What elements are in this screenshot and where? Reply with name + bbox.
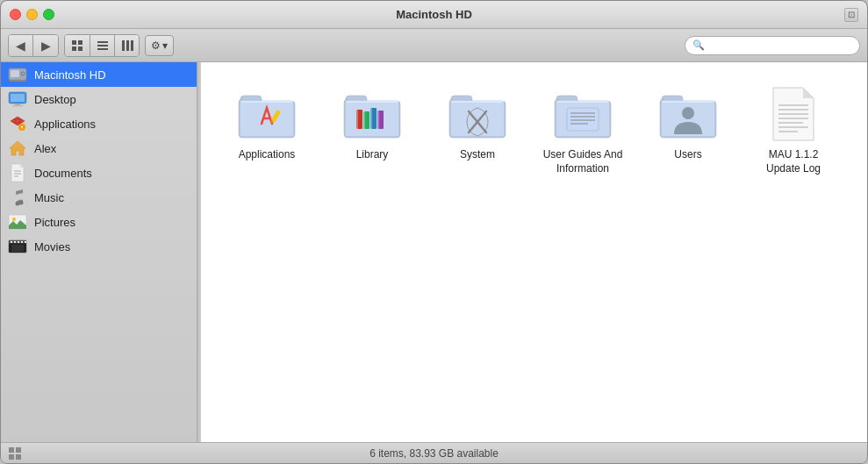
svg-rect-34	[21, 241, 23, 243]
maximize-button[interactable]	[43, 9, 54, 20]
music-icon	[8, 188, 27, 207]
title-bar: Macintosh HD ⊡	[1, 1, 867, 29]
applications-icon	[8, 114, 27, 133]
users-label: Users	[674, 148, 701, 162]
file-item-mau-log[interactable]: MAU 1.1.2 Update Log	[745, 80, 842, 181]
system-folder-icon	[448, 85, 507, 145]
svg-rect-18	[12, 105, 23, 107]
search-box: 🔍	[685, 36, 860, 55]
sidebar-item-movies[interactable]: Movies	[1, 234, 197, 259]
svg-rect-46	[377, 111, 379, 129]
column-view-button[interactable]	[114, 35, 139, 56]
svg-rect-2	[72, 46, 76, 51]
sidebar-label-desktop: Desktop	[34, 93, 76, 106]
svg-rect-11	[11, 70, 19, 77]
sidebar-item-alex[interactable]: Alex	[1, 136, 197, 161]
status-bar-left-icon	[8, 446, 22, 460]
svg-rect-63	[16, 447, 21, 453]
user-guides-folder-icon	[553, 85, 613, 145]
search-icon: 🔍	[692, 39, 705, 51]
close-button[interactable]	[10, 9, 21, 20]
svg-rect-44	[363, 111, 365, 129]
sidebar-label-pictures: Pictures	[34, 216, 75, 229]
svg-rect-8	[126, 40, 129, 51]
status-text: 6 items, 83.93 GB available	[369, 447, 499, 460]
grid-icon	[71, 39, 83, 52]
window-zoom-button[interactable]: ⊡	[844, 8, 858, 22]
forward-button[interactable]: ▶	[33, 35, 58, 56]
file-area: Applications	[201, 62, 867, 442]
main-content: Macintosh HD Desktop	[1, 62, 867, 442]
svg-rect-33	[18, 241, 19, 243]
file-item-applications[interactable]: Applications	[219, 80, 315, 181]
svg-rect-14	[9, 80, 26, 82]
svg-rect-16	[11, 94, 25, 102]
sidebar-item-pictures[interactable]: Pictures	[1, 210, 197, 234]
file-item-library[interactable]: Library	[324, 80, 420, 181]
file-item-system[interactable]: System	[429, 80, 526, 181]
svg-rect-32	[14, 241, 16, 243]
svg-rect-49	[567, 108, 599, 131]
view-buttons	[64, 34, 140, 57]
svg-rect-9	[131, 40, 133, 51]
svg-rect-6	[97, 48, 108, 50]
window-title: Macintosh HD	[396, 8, 472, 21]
svg-rect-62	[9, 447, 14, 453]
applications-label: Applications	[239, 148, 296, 162]
sidebar-label-applications: Applications	[34, 118, 96, 131]
column-icon	[121, 39, 133, 52]
sidebar-label-macintosh-hd: Macintosh HD	[34, 68, 106, 82]
svg-rect-3	[78, 46, 82, 51]
system-label: System	[460, 148, 495, 162]
users-folder-icon	[658, 85, 718, 145]
library-label: Library	[356, 148, 389, 162]
sidebar-item-documents[interactable]: Documents	[1, 161, 197, 185]
list-view-button[interactable]	[90, 35, 114, 56]
toolbar: ◀ ▶ ⚙ ▾	[1, 29, 867, 62]
search-input[interactable]	[708, 39, 852, 52]
action-arrow-icon: ▾	[162, 39, 168, 52]
status-bar: 6 items, 83.93 GB available	[1, 442, 867, 463]
file-item-users[interactable]: Users	[640, 80, 736, 181]
svg-rect-35	[25, 241, 26, 243]
svg-rect-17	[15, 104, 20, 105]
svg-point-13	[22, 73, 24, 75]
sidebar-label-alex: Alex	[34, 142, 56, 155]
svg-point-54	[682, 107, 694, 119]
sidebar-item-applications[interactable]: Applications	[1, 111, 197, 136]
minimize-button[interactable]	[26, 9, 38, 20]
document-icon	[764, 85, 823, 145]
desktop-icon	[8, 89, 27, 109]
svg-rect-5	[97, 45, 108, 46]
sidebar-item-desktop[interactable]: Desktop	[1, 87, 197, 111]
action-button[interactable]: ⚙ ▾	[145, 35, 174, 56]
grid-status-icon	[8, 446, 22, 460]
svg-rect-31	[11, 241, 12, 243]
svg-point-26	[19, 201, 24, 205]
gear-icon: ⚙	[151, 39, 161, 52]
svg-rect-45	[370, 108, 372, 129]
nav-buttons: ◀ ▶	[8, 34, 59, 57]
documents-icon	[8, 163, 27, 182]
list-icon	[97, 39, 109, 52]
movies-icon	[8, 237, 27, 256]
svg-rect-64	[9, 454, 14, 460]
svg-point-28	[12, 218, 16, 221]
sidebar-item-macintosh-hd[interactable]: Macintosh HD	[1, 62, 197, 87]
icon-view-button[interactable]	[65, 35, 90, 56]
file-item-user-guides[interactable]: User Guides And Information	[534, 80, 631, 181]
sidebar-label-movies: Movies	[34, 240, 70, 253]
svg-rect-65	[16, 454, 21, 460]
hd-icon	[8, 65, 27, 84]
pictures-icon	[8, 212, 27, 232]
svg-rect-43	[356, 110, 358, 129]
back-button[interactable]: ◀	[9, 35, 33, 56]
library-folder-icon	[342, 85, 402, 145]
sidebar-label-music: Music	[34, 191, 64, 204]
svg-rect-7	[122, 40, 125, 51]
sidebar-item-music[interactable]: Music	[1, 185, 197, 210]
window-controls	[10, 9, 54, 20]
home-icon	[8, 139, 27, 158]
user-guides-label: User Guides And Information	[540, 148, 626, 175]
applications-folder-icon	[237, 85, 297, 145]
